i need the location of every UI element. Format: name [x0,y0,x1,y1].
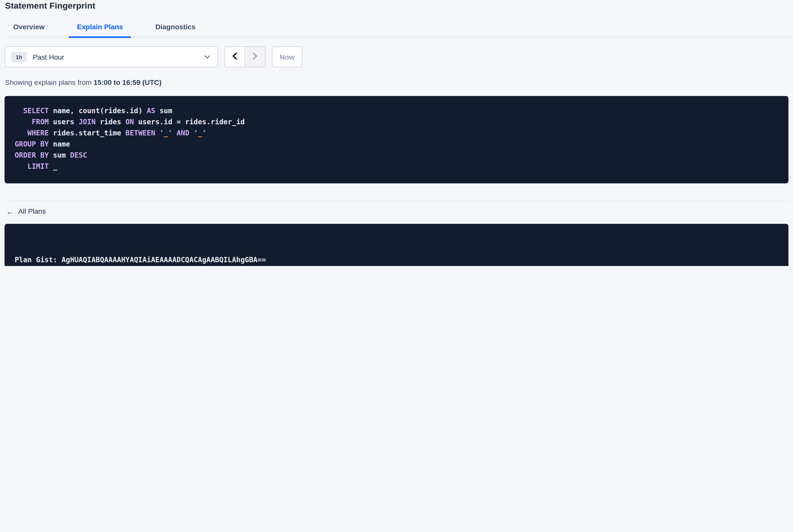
tab-bar: OverviewExplain PlansDiagnostics [5,18,793,37]
chevron-right-icon [252,52,258,61]
time-range-text: 15:00 to 16:59 (UTC) [94,78,162,87]
time-range-select[interactable]: 1h Past Hour [4,46,218,67]
time-range-badge: 1h [11,52,27,62]
chevron-down-icon [204,55,210,59]
time-picker-row: 1h Past Hour Now [4,46,793,67]
tab-explain-plans[interactable]: Explain Plans [69,18,131,38]
next-time-button[interactable] [245,47,265,67]
now-button[interactable]: Now [272,46,302,67]
showing-plans-text: Showing explain plans from 15:00 to 16:5… [5,78,793,87]
statement-fingerprint-page: Statement Fingerprint OverviewExplain Pl… [0,0,793,266]
all-plans-link[interactable]: ← All Plans [6,207,46,215]
tab-overview[interactable]: Overview [5,18,53,38]
sql-statement-box: SELECT name, count(rides.id) AS sum FROM… [4,96,789,184]
section-divider [4,201,789,201]
time-range-label: Past Hour [33,53,64,61]
all-plans-label: All Plans [18,207,46,215]
showing-plans-prefix: Showing explain plans from [5,78,94,87]
plan-gist-heading: Plan Gist: AgHUAQIABQAAAAHYAQIAiAEAAAADC… [15,254,778,265]
back-arrow-icon: ← [6,207,14,215]
page-title: Statement Fingerprint [5,1,793,11]
tab-diagnostics[interactable]: Diagnostics [147,18,204,38]
time-pager [224,46,265,67]
plan-gist-box: Plan Gist: AgHUAQIABQAAAAHYAQIAiAEAAAADC… [4,224,789,266]
chevron-left-icon [232,52,238,61]
previous-time-button[interactable] [225,47,245,67]
